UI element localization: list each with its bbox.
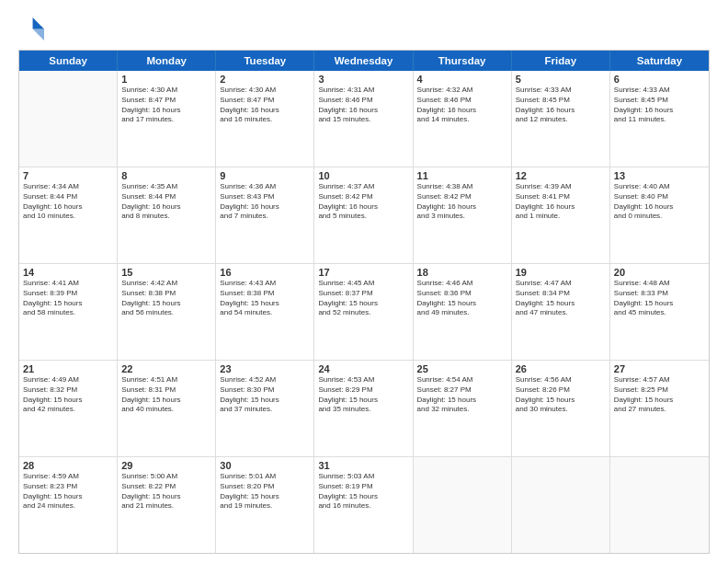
calendar-cell [414, 457, 512, 553]
calendar-cell [610, 457, 709, 553]
day-info: Sunrise: 5:00 AM Sunset: 8:22 PM Dayligh… [121, 472, 211, 511]
day-info: Sunrise: 5:03 AM Sunset: 8:19 PM Dayligh… [318, 472, 408, 511]
calendar-cell: 4Sunrise: 4:32 AM Sunset: 8:46 PM Daylig… [414, 71, 512, 167]
day-info: Sunrise: 4:41 AM Sunset: 8:39 PM Dayligh… [23, 279, 113, 318]
calendar-cell: 12Sunrise: 4:39 AM Sunset: 8:41 PM Dayli… [512, 167, 610, 263]
calendar-cell: 26Sunrise: 4:56 AM Sunset: 8:26 PM Dayli… [512, 361, 610, 456]
calendar-cell: 10Sunrise: 4:37 AM Sunset: 8:42 PM Dayli… [314, 167, 413, 263]
calendar-row-1: 7Sunrise: 4:34 AM Sunset: 8:44 PM Daylig… [19, 167, 709, 263]
page: SundayMondayTuesdayWednesdayThursdayFrid… [0, 0, 728, 563]
svg-marker-1 [33, 29, 44, 40]
header-day-monday: Monday [118, 51, 216, 71]
calendar-cell: 29Sunrise: 5:00 AM Sunset: 8:22 PM Dayli… [118, 457, 216, 553]
calendar-cell: 7Sunrise: 4:34 AM Sunset: 8:44 PM Daylig… [19, 167, 118, 263]
day-info: Sunrise: 4:46 AM Sunset: 8:36 PM Dayligh… [417, 279, 507, 318]
calendar-cell: 22Sunrise: 4:51 AM Sunset: 8:31 PM Dayli… [118, 361, 216, 456]
svg-marker-0 [33, 17, 44, 29]
calendar-cell: 9Sunrise: 4:36 AM Sunset: 8:43 PM Daylig… [216, 167, 314, 263]
day-info: Sunrise: 4:39 AM Sunset: 8:41 PM Dayligh… [516, 182, 606, 222]
day-info: Sunrise: 4:36 AM Sunset: 8:43 PM Dayligh… [220, 182, 310, 222]
day-number: 17 [318, 267, 408, 278]
day-number: 8 [121, 170, 211, 181]
calendar-cell: 24Sunrise: 4:53 AM Sunset: 8:29 PM Dayli… [314, 361, 413, 456]
calendar-cell [512, 457, 610, 553]
calendar-cell: 16Sunrise: 4:43 AM Sunset: 8:38 PM Dayli… [216, 264, 314, 360]
day-info: Sunrise: 4:35 AM Sunset: 8:44 PM Dayligh… [121, 182, 211, 222]
header-day-friday: Friday [512, 51, 610, 71]
day-number: 21 [23, 363, 113, 374]
day-info: Sunrise: 4:33 AM Sunset: 8:45 PM Dayligh… [614, 86, 705, 125]
day-info: Sunrise: 4:43 AM Sunset: 8:38 PM Dayligh… [220, 279, 310, 318]
header [18, 15, 710, 40]
calendar-cell: 13Sunrise: 4:40 AM Sunset: 8:40 PM Dayli… [610, 167, 709, 263]
day-info: Sunrise: 4:54 AM Sunset: 8:27 PM Dayligh… [417, 375, 507, 415]
header-day-saturday: Saturday [610, 51, 709, 71]
calendar-cell: 2Sunrise: 4:30 AM Sunset: 8:47 PM Daylig… [216, 71, 314, 167]
day-info: Sunrise: 5:01 AM Sunset: 8:20 PM Dayligh… [220, 472, 310, 511]
calendar-body: 1Sunrise: 4:30 AM Sunset: 8:47 PM Daylig… [19, 71, 709, 553]
day-info: Sunrise: 4:42 AM Sunset: 8:38 PM Dayligh… [121, 279, 211, 318]
day-info: Sunrise: 4:30 AM Sunset: 8:47 PM Dayligh… [121, 86, 211, 125]
day-info: Sunrise: 4:38 AM Sunset: 8:42 PM Dayligh… [417, 182, 507, 222]
calendar-cell: 27Sunrise: 4:57 AM Sunset: 8:25 PM Dayli… [610, 361, 709, 456]
calendar-cell: 5Sunrise: 4:33 AM Sunset: 8:45 PM Daylig… [512, 71, 610, 167]
day-number: 31 [318, 460, 408, 471]
day-number: 26 [516, 363, 606, 374]
day-number: 18 [417, 267, 507, 278]
day-info: Sunrise: 4:32 AM Sunset: 8:46 PM Dayligh… [417, 86, 507, 125]
day-info: Sunrise: 4:52 AM Sunset: 8:30 PM Dayligh… [220, 375, 310, 415]
day-info: Sunrise: 4:45 AM Sunset: 8:37 PM Dayligh… [318, 279, 408, 318]
day-number: 30 [220, 460, 310, 471]
calendar-cell: 15Sunrise: 4:42 AM Sunset: 8:38 PM Dayli… [118, 264, 216, 360]
calendar-row-2: 14Sunrise: 4:41 AM Sunset: 8:39 PM Dayli… [19, 263, 709, 360]
calendar-row-0: 1Sunrise: 4:30 AM Sunset: 8:47 PM Daylig… [19, 71, 709, 167]
day-info: Sunrise: 4:33 AM Sunset: 8:45 PM Dayligh… [516, 86, 606, 125]
day-number: 20 [614, 267, 705, 278]
calendar-cell: 31Sunrise: 5:03 AM Sunset: 8:19 PM Dayli… [314, 457, 413, 553]
day-number: 1 [121, 74, 211, 85]
day-info: Sunrise: 4:31 AM Sunset: 8:46 PM Dayligh… [318, 86, 408, 125]
day-number: 2 [220, 74, 310, 85]
calendar-row-3: 21Sunrise: 4:49 AM Sunset: 8:32 PM Dayli… [19, 360, 709, 456]
calendar-cell: 17Sunrise: 4:45 AM Sunset: 8:37 PM Dayli… [314, 264, 413, 360]
day-number: 5 [516, 74, 606, 85]
day-info: Sunrise: 4:34 AM Sunset: 8:44 PM Dayligh… [23, 182, 113, 222]
day-number: 3 [318, 74, 408, 85]
calendar-row-4: 28Sunrise: 4:59 AM Sunset: 8:23 PM Dayli… [19, 456, 709, 553]
header-day-sunday: Sunday [19, 51, 118, 71]
day-number: 27 [614, 363, 705, 374]
day-number: 4 [417, 74, 507, 85]
day-number: 9 [220, 170, 310, 181]
day-number: 23 [220, 363, 310, 374]
calendar-cell: 6Sunrise: 4:33 AM Sunset: 8:45 PM Daylig… [610, 71, 709, 167]
calendar-cell: 14Sunrise: 4:41 AM Sunset: 8:39 PM Dayli… [19, 264, 118, 360]
day-number: 29 [121, 460, 211, 471]
calendar-cell: 8Sunrise: 4:35 AM Sunset: 8:44 PM Daylig… [118, 167, 216, 263]
calendar-cell: 30Sunrise: 5:01 AM Sunset: 8:20 PM Dayli… [216, 457, 314, 553]
day-number: 16 [220, 267, 310, 278]
day-number: 7 [23, 170, 113, 181]
calendar-cell: 28Sunrise: 4:59 AM Sunset: 8:23 PM Dayli… [19, 457, 118, 553]
header-day-tuesday: Tuesday [216, 51, 314, 71]
logo-icon [18, 15, 44, 40]
calendar: SundayMondayTuesdayWednesdayThursdayFrid… [18, 50, 710, 554]
day-number: 14 [23, 267, 113, 278]
calendar-cell: 1Sunrise: 4:30 AM Sunset: 8:47 PM Daylig… [118, 71, 216, 167]
day-info: Sunrise: 4:59 AM Sunset: 8:23 PM Dayligh… [23, 472, 113, 511]
calendar-cell: 19Sunrise: 4:47 AM Sunset: 8:34 PM Dayli… [512, 264, 610, 360]
header-day-wednesday: Wednesday [314, 51, 413, 71]
day-number: 28 [23, 460, 113, 471]
calendar-cell: 21Sunrise: 4:49 AM Sunset: 8:32 PM Dayli… [19, 361, 118, 456]
calendar-cell: 11Sunrise: 4:38 AM Sunset: 8:42 PM Dayli… [414, 167, 512, 263]
calendar-cell [19, 71, 118, 167]
calendar-cell: 3Sunrise: 4:31 AM Sunset: 8:46 PM Daylig… [314, 71, 413, 167]
day-info: Sunrise: 4:40 AM Sunset: 8:40 PM Dayligh… [614, 182, 705, 222]
calendar-cell: 18Sunrise: 4:46 AM Sunset: 8:36 PM Dayli… [414, 264, 512, 360]
header-day-thursday: Thursday [414, 51, 512, 71]
day-number: 24 [318, 363, 408, 374]
day-info: Sunrise: 4:48 AM Sunset: 8:33 PM Dayligh… [614, 279, 705, 318]
calendar-cell: 23Sunrise: 4:52 AM Sunset: 8:30 PM Dayli… [216, 361, 314, 456]
day-info: Sunrise: 4:37 AM Sunset: 8:42 PM Dayligh… [318, 182, 408, 222]
day-number: 22 [121, 363, 211, 374]
day-number: 11 [417, 170, 507, 181]
